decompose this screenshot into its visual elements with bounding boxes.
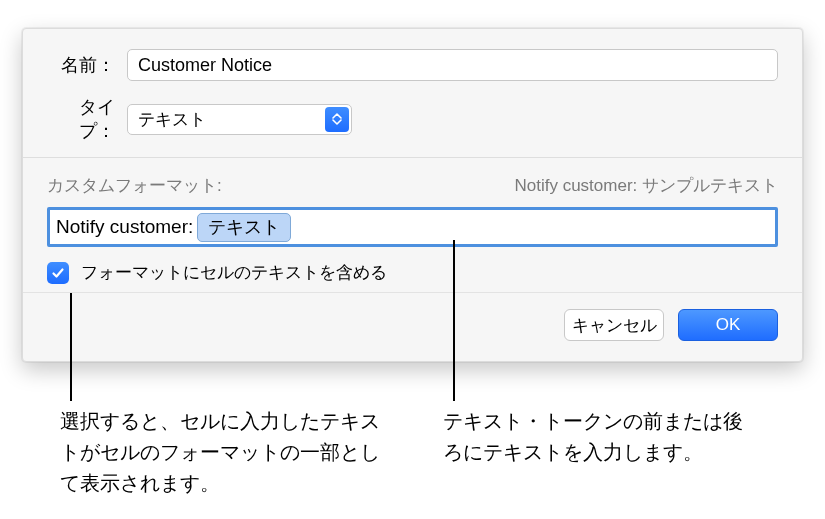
callout-left-text: 選択すると、セルに入力したテキストがセルのフォーマットの一部として表示されます。: [60, 406, 380, 499]
name-row: 名前：: [47, 49, 778, 81]
custom-format-label: カスタムフォーマット:: [47, 174, 222, 197]
include-text-label: フォーマットにセルのテキストを含める: [81, 261, 387, 284]
text-token[interactable]: テキスト: [197, 213, 291, 242]
dialog-body: 名前： タイプ： テキスト カスタムフォーマット: Notify custome…: [23, 29, 802, 361]
button-row: キャンセル OK: [47, 309, 778, 347]
name-input[interactable]: [127, 49, 778, 81]
custom-format-preview: Notify customer: サンプルテキスト: [514, 174, 778, 197]
callout-right-text: テキスト・トークンの前または後ろにテキストを入力します。: [443, 406, 743, 468]
ok-button-label: OK: [716, 315, 741, 335]
type-select-value: テキスト: [138, 108, 206, 131]
name-label: 名前：: [47, 53, 127, 77]
ok-button[interactable]: OK: [678, 309, 778, 341]
popup-stepper-icon: [325, 107, 349, 132]
format-field[interactable]: Notify customer: テキスト: [47, 207, 778, 247]
custom-format-header: カスタムフォーマット: Notify customer: サンプルテキスト: [47, 174, 778, 197]
cancel-button[interactable]: キャンセル: [564, 309, 664, 341]
include-text-checkbox[interactable]: [47, 262, 69, 284]
divider: [23, 157, 802, 158]
format-prefix: Notify customer:: [56, 216, 193, 238]
include-text-checkbox-row: フォーマットにセルのテキストを含める: [47, 261, 778, 284]
type-row: タイプ： テキスト: [47, 95, 778, 143]
divider-2: [23, 292, 802, 293]
type-select[interactable]: テキスト: [127, 104, 352, 135]
check-icon: [51, 266, 65, 280]
type-label: タイプ：: [47, 95, 127, 143]
cancel-button-label: キャンセル: [572, 314, 657, 337]
custom-format-dialog: 名前： タイプ： テキスト カスタムフォーマット: Notify custome…: [22, 28, 803, 362]
